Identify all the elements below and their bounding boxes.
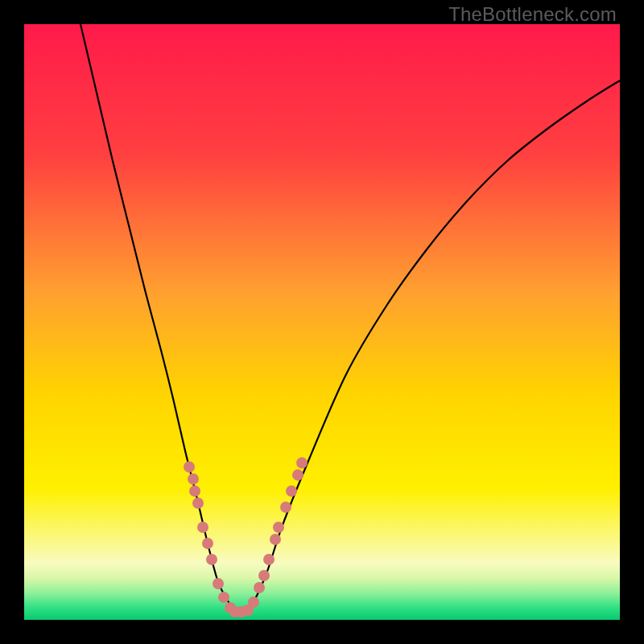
scatter-dot <box>188 473 199 485</box>
chart-svg <box>24 24 620 620</box>
scatter-dot <box>292 469 303 481</box>
scatter-dot <box>192 497 204 509</box>
bottleneck-curve <box>80 24 620 613</box>
scatter-dot <box>189 485 200 497</box>
scatter-dot <box>206 554 217 565</box>
scatter-dot <box>258 570 270 581</box>
scatter-dot <box>213 578 224 589</box>
scatter-dot <box>273 522 284 533</box>
watermark-text: TheBottleneck.com <box>448 3 617 26</box>
scatter-dot <box>197 522 208 533</box>
scatter-dot <box>296 457 308 469</box>
scatter-dot <box>254 582 265 593</box>
scatter-dot <box>286 485 297 497</box>
scatter-dot <box>202 538 213 549</box>
scatter-dot <box>218 592 229 603</box>
scatter-points <box>184 457 308 617</box>
scatter-dot <box>270 534 281 545</box>
scatter-dot <box>248 597 259 608</box>
scatter-dot <box>280 502 291 513</box>
scatter-dot <box>263 554 275 565</box>
scatter-dot <box>184 461 195 473</box>
